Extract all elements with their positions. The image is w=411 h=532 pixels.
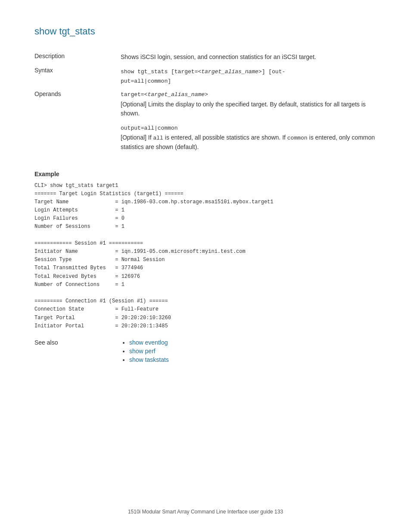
- syntax-label: Syntax: [34, 64, 121, 88]
- description-label: Description: [34, 50, 121, 64]
- see-also-eventlog-link[interactable]: show eventlog: [129, 339, 168, 346]
- operand-target: target=<target_alias_name> [Optional] Li…: [121, 90, 377, 118]
- operands-label: Operands: [34, 88, 121, 160]
- list-item: show taskstats: [129, 356, 169, 363]
- example-code-block: CLI> show tgt_stats target1 ======= Targ…: [34, 182, 377, 330]
- operands-content: target=<target_alias_name> [Optional] Li…: [121, 88, 377, 160]
- see-also-links: show eventlog show perf show taskstats: [121, 339, 169, 365]
- see-also-section: See also show eventlog show perf show ta…: [34, 339, 377, 365]
- list-item: show eventlog: [129, 339, 169, 346]
- see-also-taskstats-link[interactable]: show taskstats: [129, 356, 169, 363]
- syntax-text: show tgt_stats [target=<target_alias_nam…: [121, 64, 377, 88]
- operand-target-code: target=<target_alias_name>: [121, 90, 377, 99]
- operand-target-desc: [Optional] Limits the display to only th…: [121, 100, 377, 118]
- description-row: Description Shows iSCSI login, session, …: [34, 50, 377, 64]
- see-also-perf-link[interactable]: show perf: [129, 348, 156, 355]
- example-heading: Example: [34, 171, 377, 177]
- operands-row: Operands target=<target_alias_name> [Opt…: [34, 88, 377, 160]
- page-title: show tgt_stats: [34, 26, 377, 37]
- see-also-label: See also: [34, 339, 121, 365]
- doc-table: Description Shows iSCSI login, session, …: [34, 50, 377, 160]
- operand-output: output=all|common [Optional] If all is e…: [121, 124, 377, 152]
- operand-output-code: output=all|common: [121, 124, 377, 133]
- operand-output-desc: [Optional] If all is entered, all possib…: [121, 133, 377, 152]
- page-footer: 1510i Modular Smart Array Command Line I…: [0, 509, 411, 515]
- syntax-row: Syntax show tgt_stats [target=<target_al…: [34, 64, 377, 88]
- list-item: show perf: [129, 348, 169, 355]
- description-text: Shows iSCSI login, session, and connecti…: [121, 50, 377, 64]
